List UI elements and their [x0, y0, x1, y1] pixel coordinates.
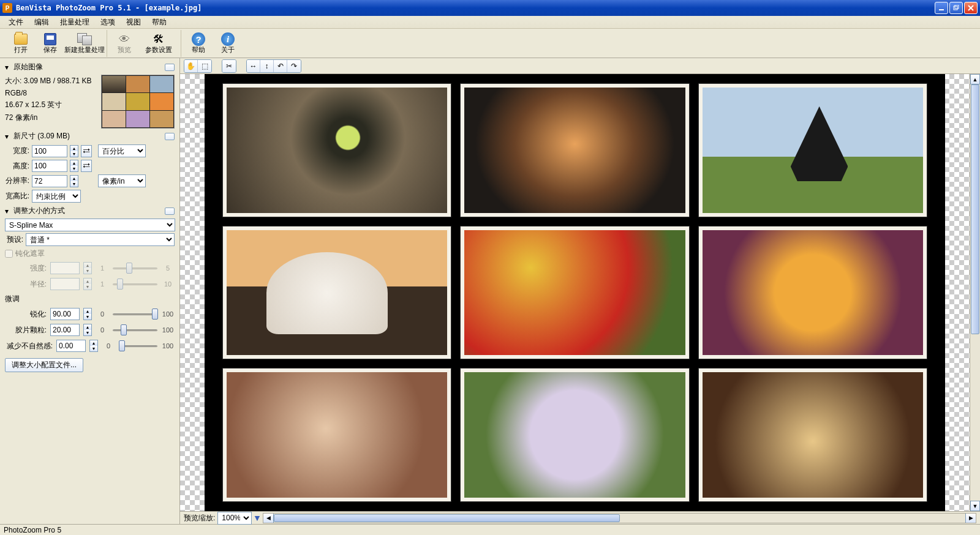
section-options-button[interactable]	[165, 208, 175, 215]
sharpness-spinner[interactable]: ▲▼	[83, 308, 92, 320]
radius-label: 半径:	[5, 279, 47, 290]
hand-tool-button[interactable]: ✋	[184, 60, 198, 72]
info-icon: i	[221, 32, 235, 46]
vertical-scrollbar[interactable]: ▲ ▼	[970, 74, 980, 511]
collapse-icon[interactable]: ▾	[5, 207, 11, 215]
preview-tile	[223, 84, 451, 217]
film-grain-spinner[interactable]: ▲▼	[83, 324, 92, 336]
help-icon: ?	[192, 32, 205, 46]
rotate-left-button[interactable]: ↶	[274, 60, 287, 72]
zoom-dropdown-icon[interactable]: ⯆	[254, 515, 260, 522]
radius-slider[interactable]	[113, 279, 157, 290]
section-resize-method: ▾ 调整大小的方式	[5, 204, 175, 217]
settings-button[interactable]: 🛠参数设置	[140, 31, 177, 56]
algorithm-combo[interactable]: S-Spline Max	[5, 219, 175, 231]
close-button[interactable]	[964, 2, 978, 14]
preview-tile	[461, 369, 688, 501]
sharpness-slider[interactable]	[113, 309, 157, 320]
thumbnail-preview[interactable]	[101, 75, 175, 129]
menu-edit[interactable]: 编辑	[29, 16, 54, 29]
film-grain-slider[interactable]	[113, 324, 157, 335]
selection-tool-button[interactable]: ⬚	[198, 60, 211, 72]
aspect-label: 宽高比:	[5, 191, 29, 201]
height-input[interactable]	[32, 160, 67, 172]
resolution-spinner[interactable]: ▲▼	[70, 175, 78, 187]
height-lock-button[interactable]: ⮂	[81, 160, 92, 172]
radius-spinner[interactable]: ▲▼	[83, 278, 92, 290]
strength-spinner[interactable]: ▲▼	[83, 262, 92, 274]
crop-tool-button[interactable]: ✂	[222, 60, 236, 72]
title-bar: P BenVista PhotoZoom Pro 5.1 - [example.…	[0, 0, 980, 16]
resize-profiles-button[interactable]: 调整大小配置文件...	[5, 358, 83, 372]
canvas-toolbar: ✋ ⬚ ✂ ↔ ↕ ↶ ↷	[180, 58, 980, 74]
width-lock-button[interactable]: ⮂	[81, 145, 92, 157]
section-options-button[interactable]	[165, 133, 175, 140]
film-grain-input[interactable]	[50, 324, 80, 336]
aspect-ratio-combo[interactable]: 约束比例	[32, 190, 81, 203]
menu-view[interactable]: 视图	[121, 16, 146, 29]
save-button[interactable]: 保存	[37, 31, 64, 56]
radius-input[interactable]	[50, 278, 80, 290]
artifact-reduction-slider[interactable]	[119, 340, 157, 351]
resolution-label: 分辨率:	[5, 176, 29, 186]
sharpness-label: 锐化:	[5, 309, 47, 320]
unsharp-mask-label: 钝化遮罩	[15, 249, 45, 259]
finetune-title: 微调	[5, 294, 20, 304]
resolution-unit-combo[interactable]: 像素/in	[98, 174, 146, 187]
width-spinner[interactable]: ▲▼	[70, 145, 78, 157]
rotate-right-button[interactable]: ↷	[287, 60, 301, 72]
preview-button[interactable]: 👁预览	[111, 31, 138, 56]
restore-button[interactable]	[949, 2, 963, 14]
menu-bar: 文件 编辑 批量处理 选项 视图 帮助	[0, 16, 980, 29]
preview-tile	[461, 226, 688, 359]
canvas-viewport[interactable]	[180, 74, 970, 511]
resolution-input[interactable]	[32, 175, 67, 187]
menu-batch[interactable]: 批量处理	[55, 16, 94, 29]
section-finetune: 微调	[5, 293, 175, 305]
svg-rect-0	[939, 9, 944, 10]
save-icon	[44, 33, 56, 45]
preset-combo[interactable]: 普通 *	[26, 233, 175, 246]
section-new-size: ▾ 新尺寸 (3.09 MB)	[5, 130, 175, 143]
height-spinner[interactable]: ▲▼	[70, 160, 78, 172]
new-size-title: 新尺寸 (3.09 MB)	[13, 131, 70, 141]
collapse-icon[interactable]: ▾	[5, 63, 11, 72]
flip-vertical-button[interactable]: ↕	[260, 60, 274, 72]
artifact-reduction-input[interactable]	[56, 340, 86, 352]
minimize-button[interactable]	[935, 2, 948, 14]
svg-rect-2	[955, 5, 959, 9]
sharpness-input[interactable]	[50, 308, 80, 320]
menu-options[interactable]: 选项	[96, 16, 120, 29]
sidebar: ▾ 原始图像 大小: 3.09 MB / 988.71 KB RGB/8 16.…	[0, 58, 180, 524]
artifact-reduction-spinner[interactable]: ▲▼	[89, 340, 98, 352]
menu-help[interactable]: 帮助	[147, 16, 172, 29]
strength-input[interactable]	[50, 262, 80, 274]
width-input[interactable]	[32, 145, 67, 157]
horizontal-scrollbar[interactable]: ◀ ▶	[263, 513, 976, 523]
width-label: 宽度:	[5, 146, 29, 156]
help-button[interactable]: ?帮助	[185, 31, 212, 56]
preview-tile	[699, 226, 927, 359]
status-bar: PhotoZoom Pro 5	[0, 524, 980, 535]
menu-file[interactable]: 文件	[4, 16, 28, 29]
batch-icon	[77, 33, 92, 45]
collapse-icon[interactable]: ▾	[5, 132, 11, 141]
film-grain-label: 胶片颗粒:	[5, 325, 47, 335]
zoom-combo[interactable]: 100%	[217, 512, 252, 525]
about-button[interactable]: i关于	[214, 31, 241, 56]
orig-res: 72 像素/in	[5, 111, 97, 124]
strength-slider[interactable]	[113, 263, 157, 274]
svg-rect-1	[954, 6, 957, 10]
orig-dims: 16.67 x 12.5 英寸	[5, 99, 97, 111]
section-options-button[interactable]	[165, 64, 175, 71]
unsharp-mask-checkbox[interactable]	[5, 250, 13, 258]
open-button[interactable]: 打开	[7, 31, 34, 56]
new-batch-button[interactable]: 新建批量处理	[66, 31, 103, 56]
status-text: PhotoZoom Pro 5	[4, 526, 61, 534]
preset-label: 预设:	[5, 234, 23, 245]
app-icon: P	[2, 3, 12, 13]
tools-icon: 🛠	[151, 32, 166, 46]
size-unit-combo[interactable]: 百分比	[98, 144, 146, 157]
flip-horizontal-button[interactable]: ↔	[247, 60, 260, 72]
preview-tile	[223, 369, 451, 501]
